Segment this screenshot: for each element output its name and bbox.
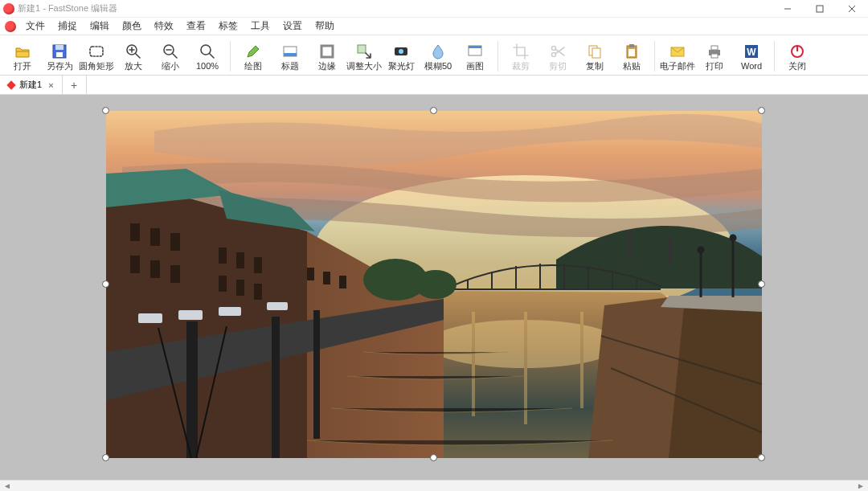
svg-rect-65 — [254, 257, 262, 273]
edge-button[interactable]: 边缘 — [309, 39, 345, 74]
window-min-button[interactable] — [772, 0, 804, 18]
svg-rect-30 — [629, 44, 634, 47]
copy-label: 复制 — [586, 61, 604, 71]
print-button[interactable]: 打印 — [697, 39, 732, 74]
menubar: 文件捕捉编辑颜色特效查看标签工具设置帮助 — [0, 18, 868, 35]
roundrect-button[interactable]: 圆角矩形 — [79, 39, 114, 74]
crop-button: 裁剪 — [503, 39, 538, 74]
app-menu-icon[interactable] — [5, 21, 16, 32]
resize-button[interactable]: 调整大小 — [346, 39, 382, 74]
svg-rect-59 — [170, 233, 180, 251]
handle-e[interactable] — [758, 280, 765, 288]
spotlight-label: 聚光灯 — [388, 61, 415, 71]
tab-add-button[interactable]: + — [63, 76, 87, 94]
svg-rect-24 — [469, 46, 481, 48]
zoomout-button[interactable]: 缩小 — [153, 39, 188, 74]
menu-7[interactable]: 工具 — [244, 18, 276, 35]
svg-rect-79 — [272, 317, 280, 458]
close-button[interactable]: 关闭 — [780, 39, 815, 74]
svg-rect-64 — [236, 252, 244, 268]
email-label: 电子邮件 — [660, 61, 695, 71]
svg-rect-7 — [90, 47, 103, 56]
menu-3[interactable]: 颜色 — [116, 18, 148, 35]
folder-icon — [14, 43, 31, 60]
svg-rect-61 — [150, 260, 160, 278]
menu-1[interactable]: 捕捉 — [51, 18, 84, 35]
svg-rect-63 — [219, 248, 227, 264]
canvas-workspace — [0, 95, 868, 480]
open-label: 打开 — [14, 61, 31, 71]
draw-button[interactable]: 绘图 — [235, 39, 271, 74]
svg-rect-71 — [339, 276, 346, 288]
blur-icon — [429, 43, 447, 60]
edge-icon — [318, 43, 336, 60]
svg-rect-60 — [130, 256, 140, 273]
handle-ne[interactable] — [758, 107, 765, 114]
handle-n[interactable] — [430, 107, 437, 114]
document-tab[interactable]: 新建1 × — [0, 76, 63, 94]
copies-icon — [586, 43, 604, 60]
envelope-icon — [669, 43, 686, 60]
svg-point-82 — [731, 235, 735, 240]
menu-4[interactable]: 特效 — [148, 18, 180, 35]
handle-w[interactable] — [102, 280, 109, 288]
handle-se[interactable] — [758, 454, 765, 461]
edge-label: 边缘 — [318, 61, 336, 71]
scissors-icon — [549, 43, 567, 60]
svg-point-22 — [399, 49, 403, 54]
svg-line-16 — [210, 54, 214, 58]
menu-2[interactable]: 编辑 — [84, 18, 116, 35]
toolbar-separator — [497, 41, 498, 72]
scroll-left-icon[interactable]: ◄ — [3, 481, 11, 490]
canvas-image[interactable] — [106, 111, 762, 458]
svg-rect-56 — [580, 312, 583, 408]
screenshot-button[interactable]: 画图 — [457, 39, 493, 74]
svg-line-13 — [173, 54, 177, 58]
scroll-right-icon[interactable]: ► — [857, 481, 865, 490]
menu-9[interactable]: 帮助 — [309, 18, 341, 35]
word-label: Word — [741, 61, 762, 71]
svg-rect-66 — [219, 276, 227, 292]
word-button[interactable]: WWord — [734, 39, 769, 74]
tab-close-button[interactable]: × — [47, 80, 55, 90]
window-max-button[interactable] — [804, 0, 836, 18]
svg-rect-6 — [56, 52, 63, 57]
zoom100-button[interactable]: 100% — [190, 39, 225, 74]
print-label: 打印 — [706, 61, 723, 71]
svg-rect-1 — [817, 6, 823, 12]
svg-rect-55 — [524, 312, 527, 424]
svg-rect-72 — [138, 313, 162, 323]
copy-button[interactable]: 复制 — [577, 39, 612, 74]
menu-0[interactable]: 文件 — [19, 18, 51, 35]
zoomin-button[interactable]: 放大 — [116, 39, 151, 74]
menu-6[interactable]: 标签 — [212, 18, 244, 35]
canvas-selection[interactable] — [106, 111, 762, 458]
spotlight-icon — [392, 43, 410, 60]
roundrect-icon — [88, 43, 105, 60]
svg-rect-35 — [711, 54, 718, 58]
email-button[interactable]: 电子邮件 — [660, 39, 695, 74]
blur50-button[interactable]: 模糊50 — [420, 39, 456, 74]
toolbar: 打开另存为圆角矩形放大缩小100%绘图标题边缘调整大小聚光灯模糊50画图裁剪剪切… — [0, 35, 868, 76]
caption-label: 标题 — [281, 61, 299, 71]
window-close-button[interactable] — [836, 0, 868, 18]
titlebar: 新建1 - FastStone 编辑器 — [0, 0, 868, 18]
svg-line-9 — [136, 54, 140, 58]
svg-rect-57 — [130, 223, 140, 241]
svg-rect-58 — [150, 228, 160, 246]
open-button[interactable]: 打开 — [5, 39, 40, 74]
spotlight-button[interactable]: 聚光灯 — [383, 39, 419, 74]
draw-label: 绘图 — [244, 61, 262, 71]
clipboard-icon — [623, 43, 641, 60]
menu-5[interactable]: 查看 — [180, 18, 212, 35]
handle-s[interactable] — [430, 454, 437, 461]
caption-button[interactable]: 标题 — [272, 39, 308, 74]
horizontal-scrollbar[interactable]: ◄ ► — [0, 480, 868, 491]
saveas-button[interactable]: 另存为 — [42, 39, 77, 74]
handle-nw[interactable] — [102, 107, 109, 114]
zoom-100-icon — [199, 43, 216, 60]
paste-button[interactable]: 粘贴 — [614, 39, 649, 74]
menu-8[interactable]: 设置 — [276, 18, 309, 35]
svg-point-84 — [698, 248, 703, 252]
handle-sw[interactable] — [102, 454, 109, 461]
